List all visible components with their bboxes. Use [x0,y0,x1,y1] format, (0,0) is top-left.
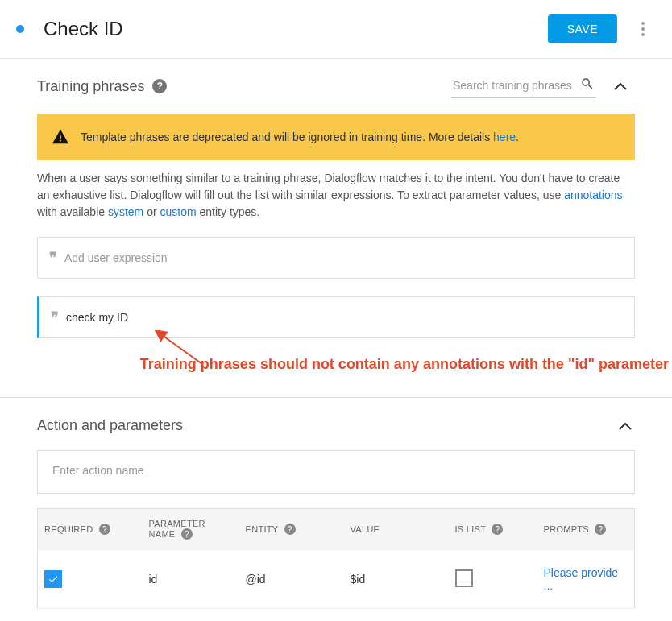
warning-text: Template phrases are deprecated and will… [81,130,493,143]
custom-link[interactable]: custom [160,205,197,218]
search-input[interactable] [453,79,580,92]
warning-icon [52,128,69,146]
annotation-text: Training phrases should not contain any … [37,356,669,373]
col-entity: ENTITY [246,524,279,534]
search-icon[interactable] [580,77,595,94]
status-dot [16,25,24,33]
action-section-title: Action and parameters [37,417,619,434]
quote-icon: ❞ [49,249,55,267]
parameters-table: REQUIRED ? PARAMETER NAME ? ENTITY ? VAL… [37,508,635,609]
deprecation-warning: Template phrases are deprecated and will… [37,114,635,160]
collapse-training-button[interactable] [606,72,635,101]
annotation-overlay: Training phrases should not contain any … [37,356,635,373]
section-divider [0,397,672,398]
param-value-cell[interactable]: $id [344,550,449,609]
islist-checkbox[interactable] [455,569,473,587]
add-phrase-input[interactable] [64,251,623,264]
col-prompts: PROMPTS [544,524,590,534]
warning-link[interactable]: here [493,130,516,143]
col-islist: IS LIST [455,524,487,534]
help-icon[interactable]: ? [99,524,110,535]
training-phrase-row[interactable]: ❞ check my ID [37,296,635,338]
help-icon[interactable]: ? [152,79,167,93]
col-required: REQUIRED [44,524,93,534]
annotations-link[interactable]: annotations [564,188,622,201]
help-icon[interactable]: ? [492,524,503,535]
save-button[interactable]: SAVE [548,14,617,43]
required-checkbox[interactable] [44,570,62,588]
search-wrap [451,75,596,98]
param-entity-cell[interactable]: @id [239,550,344,609]
training-section-header: Training phrases ? [37,72,635,101]
add-phrase-row: ❞ [37,237,635,279]
training-help-text: When a user says something similar to a … [37,170,635,221]
header-bar: Check ID SAVE [0,0,672,59]
collapse-action-button[interactable] [619,419,635,433]
system-link[interactable]: system [108,205,143,218]
table-row[interactable]: id @id $id Please provide ... [38,550,635,609]
help-icon[interactable]: ? [284,524,296,535]
prompt-link[interactable]: Please provide ... [544,566,619,592]
phrase-text: check my ID [66,311,128,324]
quote-icon: ❞ [51,308,56,326]
param-name-cell[interactable]: id [143,550,239,609]
action-name-input[interactable] [37,450,635,494]
training-section-title: Training phrases [37,78,144,95]
col-name: PARAMETER NAME [149,519,205,539]
page-title: Check ID [44,18,548,40]
action-section-header: Action and parameters [37,417,635,434]
col-value: VALUE [351,524,380,534]
more-menu-button[interactable] [633,19,653,39]
help-icon[interactable]: ? [595,524,606,535]
help-icon[interactable]: ? [181,528,193,540]
